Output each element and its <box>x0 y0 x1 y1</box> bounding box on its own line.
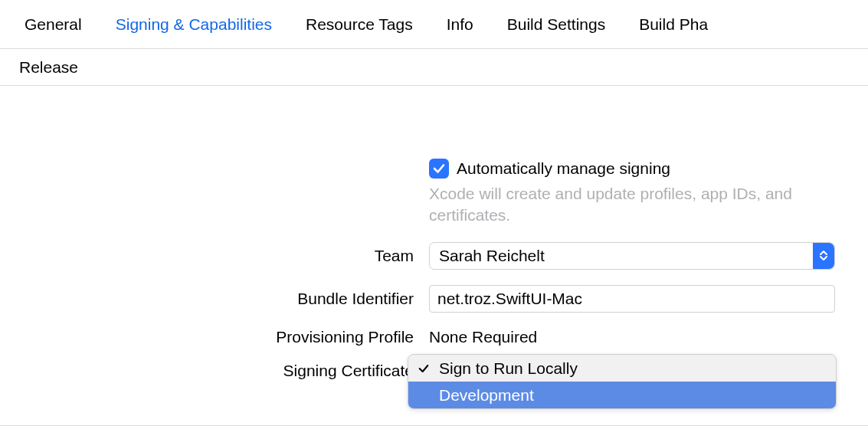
subtab-release[interactable]: Release <box>19 58 78 77</box>
editor-tab-bar: General Signing & Capabilities Resource … <box>0 0 868 49</box>
config-subtab-bar: Release <box>0 49 868 86</box>
tab-general[interactable]: General <box>8 0 99 48</box>
menu-item-development[interactable]: Development <box>408 382 836 408</box>
tab-build-phases[interactable]: Build Pha <box>622 0 708 48</box>
menu-item-sign-to-run-locally[interactable]: Sign to Run Locally <box>408 355 836 382</box>
auto-manage-signing-checkbox[interactable] <box>429 159 449 179</box>
signing-certificate-label: Signing Certificate <box>0 362 414 380</box>
tab-resource-tags[interactable]: Resource Tags <box>289 0 430 48</box>
bundle-identifier-label: Bundle Identifier <box>0 290 414 308</box>
team-popup[interactable]: Sarah Reichelt <box>429 242 835 270</box>
auto-manage-signing-help: Xcode will create and update profiles, a… <box>429 183 827 227</box>
tab-signing[interactable]: Signing & Capabilities <box>99 0 289 48</box>
tab-build-settings[interactable]: Build Settings <box>490 0 622 48</box>
bundle-identifier-field[interactable] <box>429 285 835 313</box>
provisioning-profile-label: Provisioning Profile <box>0 328 414 346</box>
auto-manage-signing-label: Automatically manage signing <box>457 159 670 178</box>
team-popup-value: Sarah Reichelt <box>439 247 545 265</box>
updown-icon <box>813 243 834 269</box>
tab-info[interactable]: Info <box>430 0 490 48</box>
signing-certificate-menu: Sign to Run Locally Development <box>408 354 837 409</box>
menu-item-label: Development <box>439 386 534 405</box>
team-label: Team <box>0 247 414 265</box>
checkmark-icon <box>432 162 446 175</box>
checkmark-icon <box>418 362 431 375</box>
menu-item-label: Sign to Run Locally <box>439 359 578 378</box>
provisioning-profile-value: None Required <box>429 328 858 346</box>
